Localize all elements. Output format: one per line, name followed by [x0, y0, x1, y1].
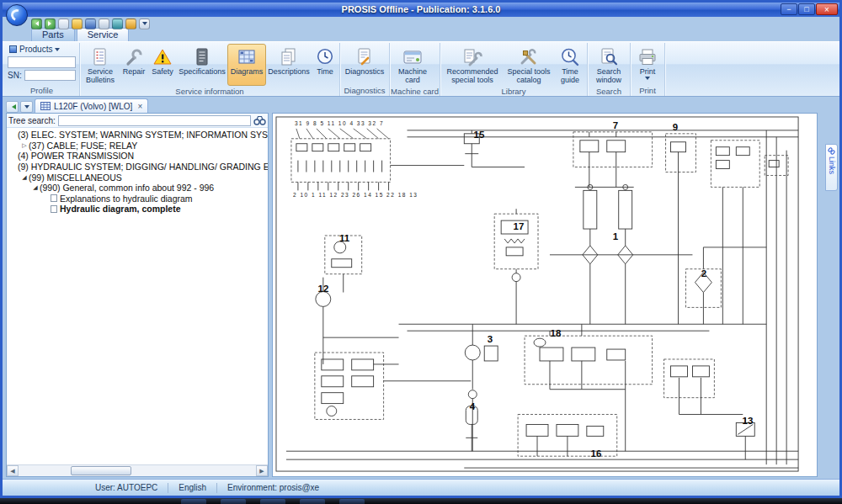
scroll-right-arrow[interactable]: ▶: [256, 465, 268, 476]
toolbar-options-icon[interactable]: [139, 19, 150, 29]
tree-search-input[interactable]: [58, 115, 251, 126]
diagnostics-button[interactable]: Diagnostics: [341, 44, 388, 85]
group-caption-profile: Profile: [5, 85, 78, 96]
taskbar-icon[interactable]: [221, 499, 246, 504]
tree-item[interactable]: Hydraulic diagram, complete: [7, 204, 268, 215]
expanded-arrow-icon[interactable]: ◢: [20, 174, 29, 181]
search-window-button[interactable]: Search window: [589, 44, 629, 86]
settings-icon[interactable]: [85, 19, 96, 29]
diagram-number-label: 3: [488, 334, 493, 344]
diagram-number-label: 1: [613, 231, 618, 241]
tree-horizontal-scrollbar[interactable]: ◀ ▶: [7, 464, 268, 476]
special-tools-catalog-button[interactable]: Special tools catalog: [504, 44, 554, 86]
nav-back-button[interactable]: [6, 101, 19, 113]
document-node-icon: [51, 205, 57, 213]
chevron-down-icon: [645, 77, 650, 82]
tree-item[interactable]: (9) HYDRAULIC SYSTEM; DIGGING/ HANDLING/…: [7, 162, 268, 172]
scroll-left-arrow[interactable]: ◀: [7, 465, 19, 476]
document-tab[interactable]: L120F (Volvo) [WLO] ×: [35, 98, 148, 113]
scrollbar-thumb[interactable]: [71, 466, 131, 475]
descriptions-button[interactable]: Descriptions: [266, 44, 312, 86]
ribbon-group-profile: Products SN: Profile: [4, 43, 80, 96]
diagrams-button[interactable]: Diagrams: [227, 44, 266, 86]
sn-label: SN:: [8, 71, 22, 80]
document-icon[interactable]: [99, 19, 109, 29]
maximize-button[interactable]: □: [798, 3, 815, 15]
specifications-button[interactable]: Specifications: [177, 44, 227, 86]
tree-item[interactable]: (3) ELEC. SYSTEM; WARNING SYSTEM; INFORM…: [7, 130, 268, 141]
tab-close-icon[interactable]: ×: [137, 102, 142, 111]
edit-icon[interactable]: [72, 19, 83, 29]
products-label: Products: [19, 45, 52, 54]
service-bulletins-button[interactable]: Service Bulletins: [81, 44, 120, 86]
minimize-button[interactable]: −: [781, 3, 797, 15]
repair-button[interactable]: Repair: [120, 44, 148, 86]
binoculars-search-icon[interactable]: [253, 115, 266, 125]
status-bar: User: AUTOEPC English Environment: prosi…: [3, 479, 839, 496]
button-label: Repair: [123, 67, 146, 76]
taskbar[interactable]: [0, 498, 842, 504]
back-icon[interactable]: [31, 19, 42, 29]
taskbar-icon[interactable]: [260, 499, 285, 504]
tab-list-dropdown[interactable]: [20, 101, 33, 113]
close-button[interactable]: ×: [816, 3, 838, 15]
search-window-icon: [598, 46, 620, 67]
taskbar-icon[interactable]: [181, 499, 206, 504]
status-user: User: AUTOEPC: [95, 483, 157, 492]
diagrams-icon: [236, 46, 258, 67]
products-dropdown[interactable]: Products: [8, 44, 76, 55]
tab-parts[interactable]: Parts: [31, 28, 75, 41]
tab-service[interactable]: Service: [77, 28, 130, 41]
app-window: PROSIS Offline - Publication: 3.1.6.0 − …: [0, 0, 842, 498]
group-caption-service-information: Service information: [81, 86, 338, 97]
folder-icon[interactable]: [125, 19, 136, 29]
tree-item[interactable]: ◢(990) General, common info about 992 - …: [7, 183, 268, 194]
expanded-arrow-icon[interactable]: ◢: [31, 184, 40, 191]
diagram-number-label: 17: [514, 221, 525, 231]
time-guide-button[interactable]: Time guide: [554, 44, 586, 86]
document-node-icon: [51, 194, 57, 202]
taskbar-icon[interactable]: [339, 499, 365, 504]
diagnostics-icon: [354, 46, 376, 67]
main-tabs: Parts Service: [31, 28, 129, 41]
diagram-number-label: 4: [470, 401, 475, 411]
collapsed-arrow-icon[interactable]: ▷: [20, 142, 29, 149]
group-caption-print: Print: [632, 85, 663, 96]
profile-combobox[interactable]: [8, 56, 76, 68]
network-icon[interactable]: [112, 19, 123, 29]
page-view-icon[interactable]: [58, 19, 69, 29]
diagram-viewport[interactable]: 31 9 8 5 11 10 4 33 32 7 2 10 1 11 12 23…: [272, 113, 818, 477]
recommended-special-tools-button[interactable]: Recommended special tools: [441, 44, 504, 86]
title-bar[interactable]: PROSIS Offline - Publication: 3.1.6.0: [3, 3, 839, 17]
ribbon-group-machine-card: Machine card Machine card: [390, 43, 440, 96]
forward-icon[interactable]: [45, 19, 56, 29]
taskbar-icon[interactable]: [300, 499, 325, 504]
tree-item[interactable]: (4) POWER TRANSMISSION: [7, 151, 268, 162]
back-arrow-icon: [9, 104, 16, 109]
tree-list: (3) ELEC. SYSTEM; WARNING SYSTEM; INFORM…: [7, 128, 268, 464]
button-label: Recommended special tools: [443, 67, 502, 85]
diagram-number-label: 11: [339, 233, 349, 243]
machine-card-button[interactable]: Machine card: [391, 44, 434, 86]
button-label: Safety: [152, 67, 173, 76]
recommended-tools-icon: [461, 46, 483, 67]
tree-item[interactable]: ▷(37) CABLE; FUSE; RELAY: [7, 141, 268, 151]
group-caption-machine-card: Machine card: [391, 86, 439, 97]
machine-card-icon: [402, 46, 424, 67]
time-button[interactable]: Time: [312, 44, 338, 86]
button-label: Time: [317, 67, 333, 76]
tree-item-label: (99) MISCELLANEOUS: [29, 172, 122, 183]
tree-item-label: (3) ELEC. SYSTEM; WARNING SYSTEM; INFORM…: [18, 130, 268, 140]
tree-item[interactable]: ◢(99) MISCELLANEOUS: [7, 172, 268, 183]
status-environment: Environment: prosis@xe: [227, 483, 319, 492]
tree-item[interactable]: Explanations to hydraulic diagram: [7, 194, 268, 204]
print-button[interactable]: Print: [632, 44, 663, 85]
button-label: Print: [640, 67, 656, 76]
products-icon: [9, 45, 17, 53]
safety-button[interactable]: Safety: [148, 44, 177, 86]
ribbon-group-library: Recommended special tools Special tools …: [440, 43, 588, 96]
links-side-tab[interactable]: Links: [825, 144, 838, 191]
sn-input[interactable]: [24, 70, 76, 81]
button-label: Service Bulletins: [83, 67, 118, 85]
button-label: Search window: [590, 67, 627, 85]
